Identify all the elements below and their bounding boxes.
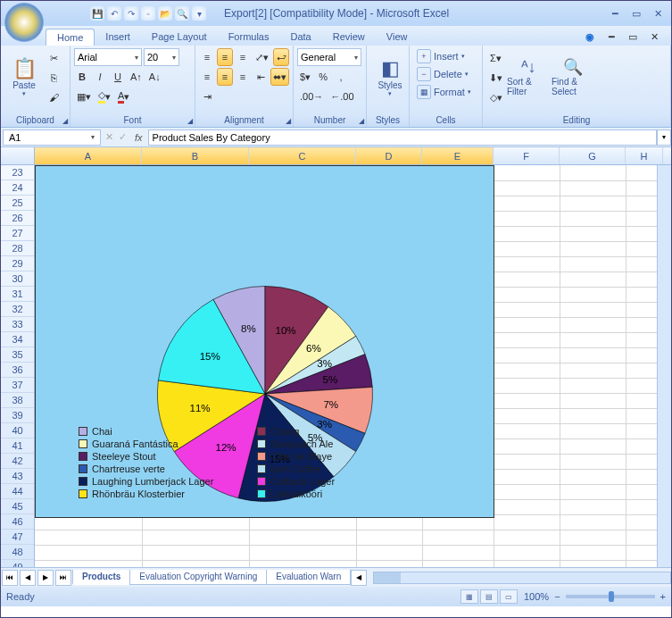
formula-input[interactable]: Product Sales By Category (148, 129, 657, 146)
align-center-icon[interactable]: ≡ (217, 68, 233, 86)
help-icon[interactable]: ◉ (582, 28, 598, 46)
number-format-combo[interactable]: General▾ (297, 48, 361, 66)
zoom-out-icon[interactable]: − (554, 591, 560, 602)
qat-new-icon[interactable]: ▫ (141, 6, 155, 21)
enter-formula-icon[interactable]: ✓ (116, 131, 129, 143)
sheet-nav-next-icon[interactable]: ▶ (37, 570, 54, 586)
row-header-27[interactable]: 27 (1, 226, 34, 241)
fill-icon[interactable]: ⬇▾ (486, 69, 505, 87)
row-header-30[interactable]: 30 (1, 271, 34, 287)
row-header-23[interactable]: 23 (1, 165, 34, 180)
tab-view[interactable]: View (376, 29, 419, 46)
page-layout-view-icon[interactable]: ▤ (480, 589, 498, 604)
tab-formulas[interactable]: Formulas (218, 29, 280, 46)
close-button[interactable]: ✕ (650, 7, 666, 20)
italic-button[interactable]: I (92, 68, 108, 86)
increase-indent-icon[interactable]: ⇥ (199, 88, 215, 105)
align-top-icon[interactable]: ≡ (199, 48, 215, 66)
row-header-44[interactable]: 44 (1, 484, 34, 499)
decrease-indent-icon[interactable]: ⇤ (253, 68, 269, 86)
align-middle-icon[interactable]: ≡ (217, 48, 233, 66)
font-size-combo[interactable]: 20▾ (144, 48, 179, 66)
row-header-47[interactable]: 47 (1, 530, 34, 545)
comma-icon[interactable]: , (333, 68, 349, 86)
alignment-dialog-icon[interactable]: ◢ (286, 117, 291, 125)
qat-save-icon[interactable]: 💾 (90, 6, 104, 21)
copy-icon[interactable]: ⎘ (46, 69, 62, 87)
qat-dropdown-icon[interactable]: ▾ (192, 6, 206, 21)
delete-cells-button[interactable]: −Delete▾ (413, 65, 478, 83)
horizontal-scrollbar[interactable] (373, 572, 671, 584)
decrease-decimal-icon[interactable]: ←.00 (328, 88, 356, 105)
align-right-icon[interactable]: ≡ (235, 68, 251, 86)
row-header-42[interactable]: 42 (1, 454, 34, 469)
styles-button[interactable]: ◧Styles▾ (370, 47, 410, 106)
row-header-46[interactable]: 46 (1, 514, 34, 530)
qat-open-icon[interactable]: 📂 (158, 6, 172, 21)
row-header-35[interactable]: 35 (1, 347, 34, 363)
row-header-43[interactable]: 43 (1, 469, 34, 484)
row-header-36[interactable]: 36 (1, 363, 34, 378)
sheet-tab-products[interactable]: Products (72, 570, 130, 585)
col-header-E[interactable]: E (422, 147, 494, 164)
sheet-nav-first-icon[interactable]: ⏮ (2, 570, 18, 586)
tab-home[interactable]: Home (46, 29, 95, 46)
row-header-40[interactable]: 40 (1, 423, 34, 438)
wrap-text-icon[interactable]: ⮐ (273, 48, 289, 66)
grow-font-icon[interactable]: A↑ (128, 68, 145, 86)
orientation-icon[interactable]: ⤢▾ (253, 48, 271, 66)
worksheet-grid[interactable]: ABCDEFGH 2324252627282930313233343536373… (1, 147, 671, 567)
find-select-button[interactable]: 🔍Find & Select (552, 47, 594, 106)
qat-redo-icon[interactable]: ↷ (124, 6, 138, 21)
ribbon-minimize-icon[interactable]: ━ (603, 28, 619, 46)
tab-review[interactable]: Review (322, 29, 376, 46)
tab-data[interactable]: Data (279, 29, 321, 46)
col-header-B[interactable]: B (142, 147, 249, 164)
paste-button[interactable]: 📋Paste▾ (4, 47, 44, 106)
shrink-font-icon[interactable]: A↓ (146, 68, 163, 86)
minimize-button[interactable]: ━ (607, 7, 623, 20)
font-name-combo[interactable]: Arial▾ (74, 48, 142, 66)
row-header-28[interactable]: 28 (1, 241, 34, 256)
underline-button[interactable]: U (110, 68, 126, 86)
bold-button[interactable]: B (74, 68, 90, 86)
tab-scroll-icon[interactable]: ◀ (351, 570, 367, 586)
font-color-icon[interactable]: A▾ (115, 88, 132, 105)
number-dialog-icon[interactable]: ◢ (359, 117, 364, 125)
vertical-scrollbar[interactable] (657, 165, 671, 567)
cancel-formula-icon[interactable]: ✕ (103, 131, 116, 143)
row-header-37[interactable]: 37 (1, 378, 34, 393)
row-header-39[interactable]: 39 (1, 408, 34, 423)
workbook-restore-icon[interactable]: ▭ (625, 28, 641, 46)
format-cells-button[interactable]: ▦Format▾ (413, 83, 478, 101)
col-header-G[interactable]: G (560, 147, 626, 164)
row-header-41[interactable]: 41 (1, 438, 34, 454)
qat-preview-icon[interactable]: 🔍 (175, 6, 189, 21)
autosum-icon[interactable]: Σ▾ (486, 49, 505, 67)
col-header-A[interactable]: A (35, 147, 142, 164)
merge-center-icon[interactable]: ⬌▾ (270, 68, 289, 86)
col-header-D[interactable]: D (356, 147, 422, 164)
borders-icon[interactable]: ▦▾ (74, 88, 94, 105)
row-header-49[interactable]: 49 (1, 560, 34, 567)
row-header-29[interactable]: 29 (1, 256, 34, 271)
clipboard-dialog-icon[interactable]: ◢ (62, 117, 68, 125)
row-header-45[interactable]: 45 (1, 499, 34, 514)
row-header-34[interactable]: 34 (1, 332, 34, 347)
font-dialog-icon[interactable]: ◢ (187, 117, 193, 125)
row-header-25[interactable]: 25 (1, 196, 34, 211)
zoom-slider[interactable] (566, 595, 655, 598)
formula-bar-expand-icon[interactable]: ▾ (657, 129, 671, 146)
insert-function-icon[interactable]: fx (129, 132, 148, 143)
align-bottom-icon[interactable]: ≡ (235, 48, 251, 66)
clear-icon[interactable]: ◇▾ (486, 88, 505, 106)
row-header-26[interactable]: 26 (1, 211, 34, 226)
cut-icon[interactable]: ✂ (46, 49, 62, 67)
row-header-33[interactable]: 33 (1, 317, 34, 332)
increase-decimal-icon[interactable]: .00→ (297, 88, 326, 105)
row-header-32[interactable]: 32 (1, 302, 34, 317)
tab-insert[interactable]: Insert (95, 29, 141, 46)
sort-filter-button[interactable]: ᴬ↓Sort & Filter (507, 47, 550, 106)
col-header-F[interactable]: F (494, 147, 560, 164)
col-header-C[interactable]: C (249, 147, 356, 164)
